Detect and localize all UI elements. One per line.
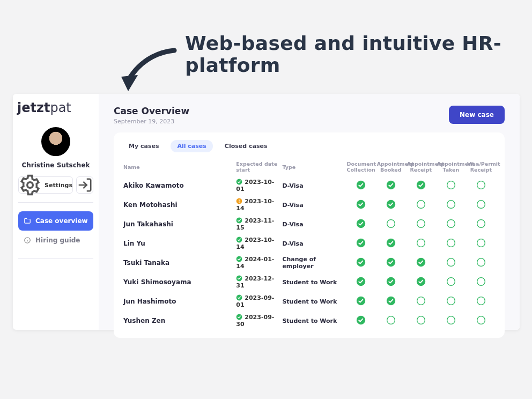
- sidebar-item-case-overview[interactable]: Case overview: [18, 211, 93, 231]
- app-window: jetztpat Christine Sutschek Settings Cas…: [13, 94, 520, 330]
- ok-icon: [236, 217, 242, 224]
- svg-point-7: [477, 181, 485, 189]
- cell-status: [346, 272, 376, 292]
- settings-button[interactable]: Settings: [18, 176, 73, 194]
- svg-rect-9: [239, 200, 240, 202]
- cell-status: [436, 253, 466, 272]
- tab-all-cases[interactable]: All cases: [171, 140, 212, 152]
- cases-card: My cases All cases Closed cases Name Exp…: [114, 132, 505, 338]
- svg-point-45: [477, 297, 485, 305]
- cell-status: [436, 195, 466, 215]
- cell-type: D-Visa: [281, 234, 345, 253]
- page-title: Case Overview: [114, 106, 189, 116]
- status-done-icon: [386, 296, 396, 306]
- ok-icon: [236, 314, 242, 320]
- avatar[interactable]: [41, 127, 70, 156]
- cell-date: 2023-10-14: [235, 195, 281, 215]
- cell-status: [376, 195, 406, 215]
- cell-status: [436, 215, 466, 234]
- cell-type: Change of employer: [281, 253, 345, 272]
- logout-icon: [77, 177, 93, 193]
- cell-name: Akiko Kawamoto: [122, 176, 235, 195]
- status-open-icon: [416, 238, 426, 248]
- svg-point-15: [477, 200, 485, 208]
- svg-point-21: [477, 219, 485, 227]
- col-expected: Expected date start: [235, 158, 281, 176]
- cell-status: [376, 215, 406, 234]
- cell-status: [406, 215, 436, 234]
- cell-date: 2023-09-30: [235, 311, 281, 330]
- status-open-icon: [446, 296, 456, 306]
- status-done-icon: [386, 200, 396, 209]
- cell-status: [376, 311, 406, 330]
- cell-status: [346, 311, 376, 330]
- cell-status: [376, 253, 406, 272]
- tabs: My cases All cases Closed cases: [122, 140, 496, 152]
- svg-point-18: [387, 219, 395, 227]
- cell-status: [406, 311, 436, 330]
- tab-my-cases[interactable]: My cases: [122, 140, 165, 152]
- table-row[interactable]: Jun Takahashi2023-11-15D-Visa: [122, 215, 496, 234]
- table-row[interactable]: Ken Motohashi2023-10-14D-Visa: [122, 195, 496, 215]
- status-open-icon: [476, 200, 486, 209]
- ok-icon: [236, 275, 242, 282]
- table-row[interactable]: Akiko Kawamoto2023-10-01D-Visa: [122, 176, 496, 195]
- table-row[interactable]: Jun Hashimoto2023-09-01Student to Work: [122, 292, 496, 311]
- svg-point-0: [27, 182, 33, 188]
- col-name: Name: [122, 158, 235, 176]
- status-open-icon: [446, 180, 456, 190]
- status-open-icon: [386, 315, 396, 325]
- cell-name: Tsuki Tanaka: [122, 253, 235, 272]
- brand-left: jetzt: [17, 100, 50, 115]
- svg-point-26: [447, 239, 455, 247]
- svg-rect-10: [239, 202, 240, 203]
- new-case-button[interactable]: New case: [449, 106, 505, 124]
- cell-name: Jun Takahashi: [122, 215, 235, 234]
- page-header: Case Overview September 19, 2023 New cas…: [114, 106, 505, 125]
- svg-point-46: [237, 314, 242, 320]
- status-done-icon: [356, 200, 366, 209]
- svg-point-27: [477, 239, 485, 247]
- cell-status: [466, 292, 496, 311]
- svg-point-43: [417, 297, 425, 305]
- cell-status: [436, 234, 466, 253]
- sidebar-item-label: Hiring guide: [35, 237, 80, 244]
- page-date: September 19, 2023: [114, 118, 189, 125]
- status-open-icon: [476, 238, 486, 248]
- cell-date: 2023-09-01: [235, 292, 281, 311]
- table-row[interactable]: Yushen Zen2023-09-30Student to Work: [122, 311, 496, 330]
- logout-button[interactable]: [76, 176, 93, 194]
- cell-date: 2023-10-14: [235, 234, 281, 253]
- gear-icon: [19, 174, 41, 196]
- svg-point-44: [447, 297, 455, 305]
- table-row[interactable]: Tsuki Tanaka2024-01-14Change of employer: [122, 253, 496, 272]
- cell-status: [466, 234, 496, 253]
- cell-status: [376, 176, 406, 195]
- status-done-icon: [356, 315, 366, 325]
- svg-point-13: [417, 200, 425, 208]
- status-done-icon: [416, 277, 426, 286]
- status-done-icon: [386, 180, 396, 190]
- sidebar-item-hiring-guide[interactable]: Hiring guide: [18, 231, 93, 250]
- status-open-icon: [446, 315, 456, 325]
- tab-closed-cases[interactable]: Closed cases: [218, 140, 274, 152]
- status-open-icon: [476, 219, 486, 228]
- svg-point-38: [447, 277, 455, 285]
- status-done-icon: [386, 277, 396, 286]
- cell-status: [406, 272, 436, 292]
- svg-point-49: [417, 316, 425, 324]
- svg-point-32: [447, 258, 455, 266]
- cell-status: [376, 234, 406, 253]
- col-visa: Visa/Permit Receipt: [466, 158, 496, 176]
- status-open-icon: [476, 257, 486, 267]
- table-row[interactable]: Yuki Shimosoyama2023-12-31Student to Wor…: [122, 272, 496, 292]
- cell-status: [406, 234, 436, 253]
- status-open-icon: [476, 277, 486, 286]
- cell-status: [466, 311, 496, 330]
- svg-point-51: [477, 316, 485, 324]
- table-header-row: Name Expected date start Type Document C…: [122, 158, 496, 176]
- svg-point-16: [237, 218, 242, 224]
- table-row[interactable]: Lin Yu2023-10-14D-Visa: [122, 234, 496, 253]
- cell-status: [376, 292, 406, 311]
- status-open-icon: [416, 219, 426, 228]
